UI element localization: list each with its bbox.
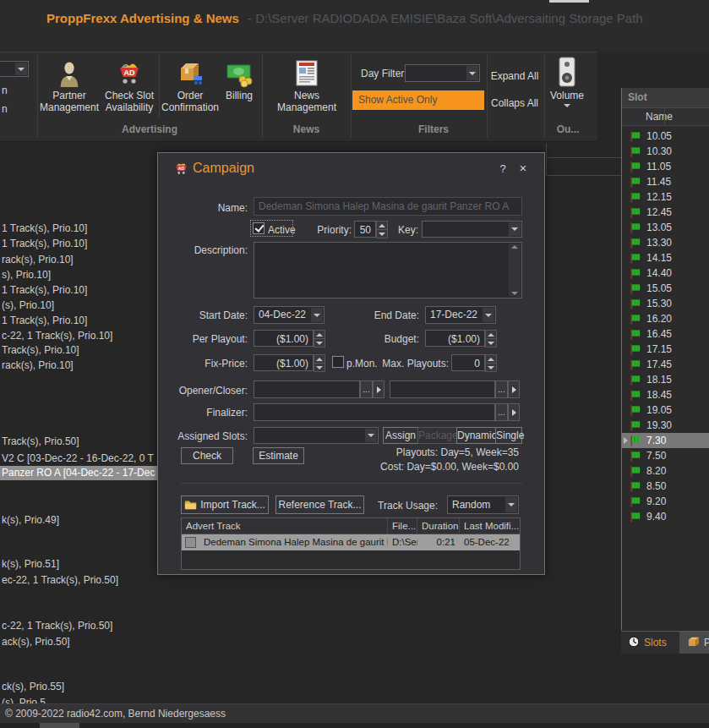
slot-row[interactable]: 16.20 <box>622 311 709 326</box>
check-slot-availability-button[interactable]: AD Check Slot Availability <box>100 56 159 113</box>
volume-button[interactable]: Volume <box>548 54 586 107</box>
active-checkbox[interactable] <box>253 222 265 234</box>
chevron-down-icon[interactable] <box>483 308 494 322</box>
opener-input[interactable] <box>254 380 360 398</box>
slot-row[interactable]: 14.15 <box>622 250 709 265</box>
fix-price-spinner[interactable] <box>314 354 325 371</box>
opener-play-button[interactable] <box>373 380 384 398</box>
column-header-last-modified[interactable]: Last Modifi... <box>460 518 520 534</box>
order-confirmation-button[interactable]: Order Confirmation <box>161 56 220 113</box>
tree-item[interactable]: s), Prio.10] <box>2 268 51 282</box>
spin-down-icon[interactable] <box>485 363 497 372</box>
tree-item[interactable]: c-22, 1 Track(s), Prio.10] <box>2 329 112 343</box>
tree-item[interactable]: k(s), Prio.51] <box>2 557 59 572</box>
tree-item[interactable]: k(s), Prio.49] <box>2 513 59 528</box>
closer-play-button[interactable] <box>508 380 520 398</box>
per-playout-spinner[interactable] <box>314 330 325 347</box>
assign-button[interactable]: Assign <box>383 427 418 444</box>
tree-item[interactable]: 1 Track(s), Prio.10] <box>2 222 87 236</box>
slot-name-column-header[interactable]: Name <box>622 108 709 126</box>
column-header-duration[interactable]: Duration <box>417 518 460 534</box>
assigned-slots-combo[interactable] <box>254 427 379 444</box>
slot-row[interactable]: 11.45 <box>622 174 709 189</box>
scroll-up-icon[interactable] <box>511 245 518 249</box>
column-header-advert-track[interactable]: Advert Track <box>182 518 388 534</box>
chevron-down-icon[interactable] <box>365 429 377 442</box>
slot-row[interactable]: 9.40 <box>622 509 709 524</box>
closer-input[interactable] <box>390 380 495 398</box>
max-playouts-spinner[interactable] <box>485 354 497 371</box>
slot-row[interactable]: 13.05 <box>622 220 709 235</box>
slot-row[interactable]: 12.15 <box>622 189 709 205</box>
chevron-down-icon[interactable] <box>311 308 323 322</box>
slot-row[interactable]: 8.20 <box>622 463 709 479</box>
chevron-down-icon[interactable] <box>509 222 521 236</box>
slot-row[interactable]: 18.15 <box>622 372 709 387</box>
dynamic-button[interactable]: Dynamic <box>456 427 496 444</box>
slot-row[interactable]: 11.05 <box>622 159 709 174</box>
spin-down-icon[interactable] <box>485 338 497 348</box>
per-playout-input[interactable]: ($1.00) <box>254 330 314 347</box>
textarea-scrollbar[interactable] <box>509 244 521 297</box>
news-management-button[interactable]: News Management <box>264 56 350 113</box>
estimate-button[interactable]: Estimate <box>253 447 304 464</box>
start-date-combo[interactable]: 04-Dec-22 <box>254 306 325 324</box>
scroll-down-icon[interactable] <box>511 292 518 295</box>
track-checkbox[interactable] <box>185 537 196 548</box>
fix-price-input[interactable]: ($1.00) <box>254 354 314 371</box>
tree-item[interactable]: rack(s), Prio.10] <box>2 253 74 267</box>
track-usage-combo[interactable]: Random <box>447 495 519 514</box>
collaps-all-button[interactable]: Collaps All <box>488 97 541 109</box>
tree-item[interactable]: (s), Prio.10] <box>2 298 54 313</box>
spin-down-icon[interactable] <box>314 338 325 348</box>
clipped-combo[interactable] <box>0 61 29 77</box>
tree-item[interactable]: (s), Prio.5 <box>2 696 46 703</box>
tree-item[interactable]: 1 Track(s), Prio.10] <box>2 314 87 328</box>
slot-row[interactable]: 17.15 <box>622 342 709 357</box>
description-textarea[interactable] <box>254 242 522 298</box>
tree-item[interactable]: ck(s), Prio.55] <box>2 680 64 694</box>
tab-slots[interactable]: Slots <box>621 632 680 654</box>
slot-row[interactable]: 15.05 <box>622 281 709 296</box>
budget-input[interactable]: ($1.00) <box>425 330 485 347</box>
day-filter-combo[interactable] <box>405 64 480 82</box>
max-playouts-input[interactable]: 0 <box>451 354 485 371</box>
chevron-down-icon[interactable] <box>505 497 517 512</box>
slot-row[interactable]: 19.30 <box>622 418 709 433</box>
slot-row[interactable]: 10.30 <box>622 144 709 159</box>
help-button[interactable]: ? <box>496 162 510 175</box>
slot-row[interactable]: 7.50 <box>622 448 709 463</box>
slot-row[interactable]: 18.45 <box>622 387 709 402</box>
slot-row[interactable]: 15.30 <box>622 296 709 311</box>
opener-browse-button[interactable]: ... <box>360 380 373 398</box>
end-date-combo[interactable]: 17-Dec-22 <box>425 306 496 324</box>
tree-item[interactable]: Panzer RO A [04-Dec-22 - 17-Dec <box>0 466 157 480</box>
spin-down-icon[interactable] <box>314 363 325 372</box>
slot-row[interactable]: 17.45 <box>622 357 709 372</box>
chevron-down-icon[interactable] <box>15 63 27 75</box>
slot-row[interactable]: 8.50 <box>622 479 709 494</box>
slot-row[interactable]: 12.45 <box>622 205 709 220</box>
chevron-down-icon[interactable] <box>466 66 478 80</box>
tree-item[interactable]: Track(s), Prio.10] <box>2 343 79 358</box>
tree-item[interactable]: ack(s), Prio.50] <box>2 635 70 649</box>
check-button[interactable]: Check <box>181 447 233 464</box>
expand-all-button[interactable]: Expand All <box>488 70 541 82</box>
slot-row[interactable]: 19.05 <box>622 402 709 418</box>
slot-row[interactable]: 10.05 <box>622 129 709 144</box>
partner-management-button[interactable]: Partner Management <box>39 56 100 113</box>
slot-row[interactable]: 13.30 <box>622 235 709 250</box>
finalizer-play-button[interactable] <box>508 403 520 421</box>
tab-packages-clipped[interactable]: P <box>680 632 709 654</box>
tree-item[interactable]: ec-22, 1 Track(s), Prio.50] <box>2 573 118 588</box>
tree-item[interactable]: 1 Track(s), Prio.10] <box>2 237 87 251</box>
show-active-only-button[interactable]: Show Active Only <box>352 90 484 110</box>
single-button[interactable]: Single <box>495 427 522 444</box>
packages-button[interactable]: Packages <box>417 427 457 444</box>
tree-item[interactable]: V2 C [03-Dec-22 - 16-Dec-22, 0 T <box>2 452 154 466</box>
import-track-button[interactable]: Import Track... <box>181 495 269 514</box>
finalizer-browse-button[interactable]: ... <box>495 403 508 421</box>
tree-item[interactable]: c-22, 1 Track(s), Prio.50] <box>2 619 112 633</box>
close-button[interactable]: × <box>516 161 530 175</box>
billing-button[interactable]: Billing <box>218 56 260 101</box>
